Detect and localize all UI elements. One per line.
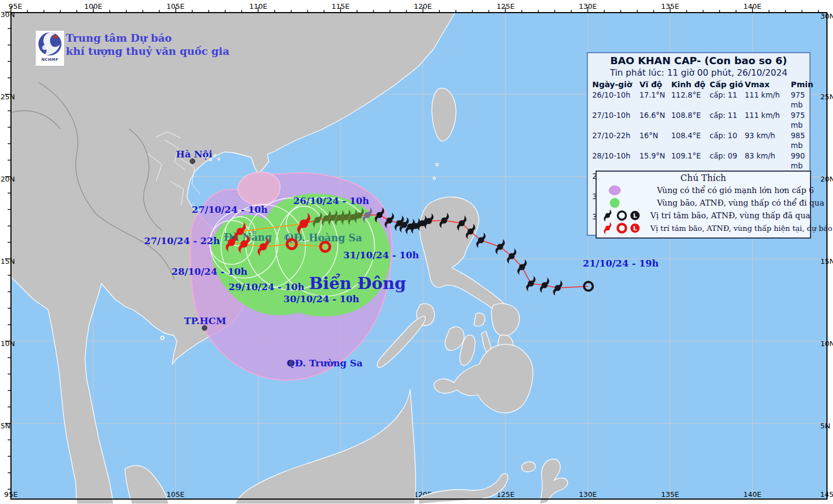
- axis-tick-label: 5N: [1, 422, 10, 430]
- legend-label: Vị trí tâm bão, ATNĐ, vùng thấp hiện tại…: [650, 224, 832, 233]
- org-title-line1: Trung tâm Dự báo: [66, 32, 229, 45]
- storm-info-title: BAO KHAN CAP- (Con bao so 6): [590, 55, 807, 66]
- axis-tick-label: 110E: [249, 2, 267, 10]
- legend-title: Chú Thích: [600, 173, 807, 183]
- track-date-label: 29/10/24 - 10h: [229, 281, 304, 292]
- info-cell: cấp: 11: [710, 90, 745, 110]
- islet: [218, 158, 220, 160]
- info-row: 26/10-10h17.1°N112.8°Ecấp: 11111 km/h975…: [590, 90, 807, 110]
- info-cell: 111 km/h: [745, 90, 791, 110]
- islet: [436, 163, 439, 166]
- axis-tick-label: 10N: [820, 339, 833, 348]
- nchmf-logo: NCHMF: [35, 30, 65, 66]
- axis-tick-label: 30N: [820, 12, 833, 20]
- info-cell: 26/10-10h: [592, 90, 639, 110]
- info-cell: 28/10-10h: [592, 151, 639, 171]
- info-col-header: Vmax: [745, 80, 791, 90]
- info-cell: 16°N: [639, 131, 671, 151]
- info-cell: 27/10-22h: [592, 131, 639, 151]
- info-cell: 109.1°E: [671, 151, 710, 171]
- legend-storm-icon: [604, 222, 611, 234]
- info-cell: 985 mb: [791, 131, 807, 151]
- axis-tick-label: 20N: [820, 175, 833, 183]
- hainan: [238, 172, 280, 205]
- axis-tick-label: 15N: [820, 257, 833, 265]
- place-label: TP.HCM: [184, 315, 226, 326]
- axis-tick-label: 100E: [84, 2, 102, 10]
- svg-text:L: L: [633, 225, 637, 232]
- info-cell: 112.8°E: [671, 90, 710, 110]
- track-date-label: 28/10/24 - 10h: [172, 266, 247, 277]
- axis-tick-label: 125E: [496, 2, 514, 10]
- axis-tick-label: 95E: [9, 2, 22, 10]
- low-pressure-icon: L: [631, 211, 640, 220]
- svg-text:L: L: [633, 212, 637, 219]
- info-cell: 111 km/h: [745, 110, 791, 131]
- legend-label: Vùng có thể có gió mạnh lớn hơn cấp 6: [657, 186, 814, 195]
- islet: [161, 336, 164, 339]
- legend-ring-icon: [618, 211, 626, 219]
- info-row: 27/10-10h16.6°N108.8°Ecấp: 11111 km/h975…: [590, 110, 807, 131]
- legend-label: Vị trí tâm bão, ATNĐ, vùng thấp đã qua: [650, 211, 810, 220]
- legend-row: Vùng có thể có gió mạnh lớn hơn cấp 6: [600, 184, 807, 196]
- legend-storm-icon: [604, 209, 611, 222]
- info-col-header: Vĩ độ: [639, 80, 671, 90]
- org-title-line2: khí tượng thuỷ văn quốc gia: [66, 45, 229, 58]
- info-row: 28/10-10h15.9°N109.1°Ecấp: 0983 km/h990 …: [590, 151, 807, 171]
- axis-tick-label: 105E: [166, 490, 184, 499]
- info-cell: 990 mb: [791, 151, 807, 171]
- info-cell: 108.8°E: [671, 110, 710, 131]
- legend-row: LVị trí tâm bão, ATNĐ, vùng thấp hiện tạ…: [600, 222, 807, 234]
- track-date-label: 27/10/24 - 10h: [192, 204, 268, 215]
- axis-tick-label: 135E: [661, 2, 679, 10]
- info-cell: 83 km/h: [745, 151, 791, 171]
- axis-tick-label: 25N: [820, 93, 833, 101]
- sulawesi-islet: [522, 462, 535, 472]
- track-date-label: 30/10/24 - 10h: [284, 293, 359, 304]
- info-col-header: Ngày-giờ: [592, 80, 639, 90]
- legend-row: Vùng bão, ATNĐ, vùng thấp có thể đi qua: [600, 196, 807, 209]
- axis-tick-label: 130E: [579, 490, 597, 499]
- axis-tick-label: 15N: [1, 257, 15, 265]
- info-cell: 93 km/h: [745, 131, 791, 151]
- info-row: 27/10-22h16°N108.4°Ecấp: 1093 km/h985 mb: [590, 131, 807, 151]
- islet: [214, 155, 216, 157]
- info-cell: 15.9°N: [639, 151, 671, 171]
- storm-info-issued: Tin phát lúc: 11 giờ 00 phút, 26/10/2024: [590, 67, 807, 78]
- info-cell: 975 mb: [791, 110, 807, 131]
- current-markers-icon: L: [600, 222, 650, 235]
- track-date-label: 31/10/24 - 10h: [343, 250, 419, 261]
- legend-box: Chú Thích Vùng có thể có gió mạnh lớn hơ…: [596, 171, 811, 239]
- axis-tick-label: 135E: [661, 490, 679, 499]
- info-cell: cấp: 10: [710, 131, 745, 151]
- info-col-header: Cấp gió: [710, 80, 745, 90]
- track-date-label: 21/10/24 - 19h: [583, 258, 659, 269]
- axis-tick-label: 120E: [413, 2, 432, 10]
- storm-info-header-row: Ngày-giờVĩ độKinh độCấp gióVmaxPmin: [590, 80, 807, 90]
- legend-ring-icon: [618, 224, 626, 232]
- past-markers-icon: L: [600, 209, 650, 222]
- axis-tick-label: 140E: [743, 2, 761, 10]
- info-cell: 108.4°E: [671, 131, 710, 151]
- info-cell: 16.6°N: [639, 110, 671, 131]
- axis-tick-label: 105E: [166, 2, 184, 10]
- info-cell: 17.1°N: [639, 90, 671, 110]
- islet: [433, 177, 435, 179]
- info-cell: cấp: 09: [710, 151, 745, 171]
- place-label: Biển Đông: [309, 273, 406, 293]
- purple-area-icon: [600, 185, 657, 196]
- axis-tick-label: 25N: [1, 93, 15, 101]
- place-label: QĐ. Trường Sa: [287, 358, 362, 369]
- legend-rows: Vùng có thể có gió mạnh lớn hơn cấp 6Vùn…: [600, 184, 807, 234]
- info-cell: cấp: 11: [710, 110, 745, 131]
- axis-tick-label: 140E: [743, 490, 761, 499]
- nchmf-logo-icon: [37, 31, 63, 57]
- low-pressure-icon: L: [631, 223, 640, 233]
- track-date-label: 27/10/24 - 22h: [144, 235, 220, 246]
- place-label: Hà Nội: [176, 149, 213, 160]
- info-col-header: Pmin: [791, 80, 813, 90]
- masbate: [474, 313, 485, 326]
- axis-tick-label: 130E: [579, 2, 597, 10]
- info-col-header: Kinh độ: [671, 80, 710, 90]
- legend-row: LVị trí tâm bão, ATNĐ, vùng thấp đã qua: [600, 209, 807, 222]
